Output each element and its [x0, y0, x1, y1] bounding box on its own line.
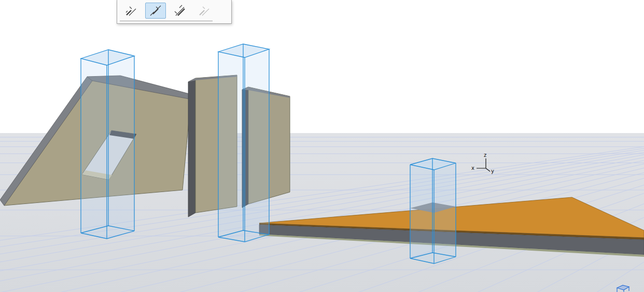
- selection-box-middle[interactable]: [218, 44, 269, 242]
- axis-z-label: z: [484, 152, 486, 158]
- axis-x-label: x: [471, 165, 474, 171]
- pet-palette: [117, 0, 232, 24]
- wall-intersection-trim-icon: [198, 4, 211, 18]
- selection-box-small[interactable]: [410, 158, 456, 264]
- palette-button-2[interactable]: [145, 3, 166, 19]
- axis-y-label: y: [491, 168, 494, 174]
- selection-box-left[interactable]: [81, 50, 134, 239]
- palette-button-1[interactable]: [121, 3, 142, 19]
- wall-intersection-merge-icon: [173, 4, 187, 18]
- viewport-window: z x y: [0, 0, 644, 292]
- palette-button-4[interactable]: [194, 3, 215, 19]
- wall-intersection-skip-icon: [124, 4, 138, 18]
- 3d-viewport[interactable]: z x y: [0, 0, 644, 292]
- palette-button-3[interactable]: [170, 3, 190, 19]
- wall-intersection-join-icon: [149, 4, 162, 18]
